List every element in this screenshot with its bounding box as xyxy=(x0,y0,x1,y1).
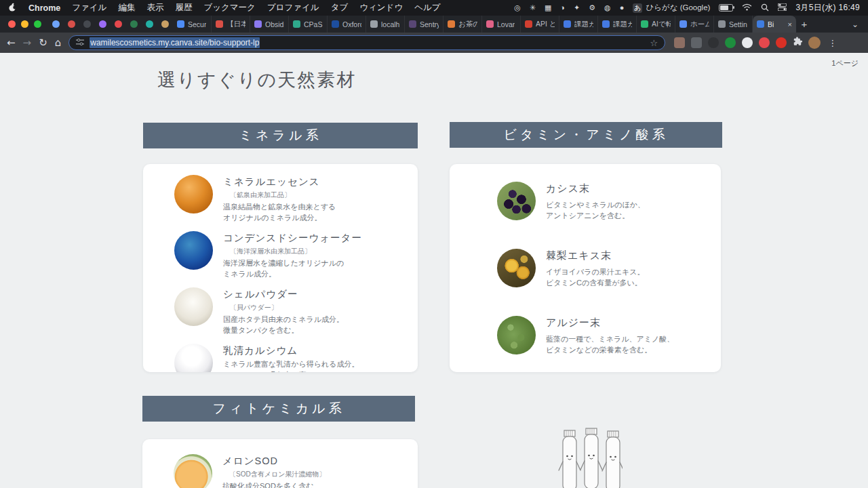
tab-label: ホーム xyxy=(690,20,709,29)
browser-tab[interactable]: CPaSS xyxy=(289,16,328,33)
browser-tab[interactable]: AIで転 xyxy=(637,16,675,33)
pinned-tab-favicon xyxy=(130,20,138,28)
pinned-tab[interactable] xyxy=(157,16,173,33)
ingredient-note: 〔SOD含有メロン果汁濃縮物〕 xyxy=(229,470,326,479)
menubar-item-window[interactable]: ウィンドウ xyxy=(359,2,403,14)
browser-tab[interactable]: localh xyxy=(366,16,405,33)
fullscreen-window-button[interactable] xyxy=(34,20,41,28)
forward-button[interactable]: → xyxy=(23,38,32,48)
menubar-item-profiles[interactable]: プロファイル xyxy=(267,2,319,14)
browser-tab[interactable]: 課題カ xyxy=(598,16,637,33)
browser-tab[interactable]: Oxford xyxy=(328,16,366,33)
pinned-tab[interactable] xyxy=(111,16,126,33)
ingredient-item: カシス末 ビタミンやミネラルのほか、 アントシアニンを含む。 xyxy=(497,182,711,222)
control-center-icon[interactable] xyxy=(778,3,787,12)
browser-tab[interactable]: Obsidi xyxy=(250,16,289,33)
menubar-item-history[interactable]: 履歴 xyxy=(175,2,192,14)
extension-icon-3[interactable] xyxy=(708,37,719,48)
browser-tab[interactable]: Secur xyxy=(173,16,212,33)
ingredient-item: 乳清カルシウム ミネラル豊富な乳清から得られる成分。 カルシウムの吸収力が高い。 xyxy=(174,344,408,372)
menubar-item-file[interactable]: ファイル xyxy=(72,2,106,14)
wifi-icon[interactable] xyxy=(742,3,752,12)
tab-label: AIで転 xyxy=(652,20,671,29)
pinned-tab[interactable] xyxy=(64,16,79,33)
menubar-clock[interactable]: 3月5日(水) 16:49 xyxy=(795,2,860,14)
pinned-tab[interactable] xyxy=(79,16,95,33)
extension-icon-5[interactable] xyxy=(742,37,753,48)
tab-favicon xyxy=(293,20,300,28)
screen: Chrome ファイル 編集 表示 履歴 ブックマーク プロファイル タブ ウィ… xyxy=(0,0,868,488)
status-icon-4[interactable]: ◑ xyxy=(560,4,565,12)
tab-label: localh xyxy=(381,20,399,28)
new-tab-button[interactable]: + xyxy=(796,18,812,30)
browser-tab[interactable]: Settin xyxy=(714,16,753,33)
tab-favicon xyxy=(602,20,610,28)
browser-tab[interactable]: ホーム xyxy=(675,16,714,33)
extension-icon-1[interactable] xyxy=(674,37,685,48)
tab-label: 課題カ xyxy=(574,20,593,29)
tab-favicon xyxy=(370,20,378,28)
browser-tab[interactable]: API と xyxy=(521,16,559,33)
profile-avatar[interactable] xyxy=(808,37,821,49)
tab-label: Settin xyxy=(729,20,747,28)
bookmark-star-icon[interactable]: ☆ xyxy=(650,38,658,48)
browser-tab[interactable]: Sentry xyxy=(405,16,443,33)
status-icon-1[interactable]: ◎ xyxy=(514,4,521,12)
menubar-app-name[interactable]: Chrome xyxy=(28,3,60,13)
extensions-puzzle-icon[interactable] xyxy=(793,37,802,49)
photo-melon xyxy=(174,454,212,488)
tab-label: お茶の xyxy=(458,20,477,29)
menubar-item-bookmarks[interactable]: ブックマーク xyxy=(203,2,255,14)
tab-favicon xyxy=(177,20,184,28)
webpage-viewport: 1ページ 選りすぐりの天然素材 ミネラル系 ビタミン・アミノ酸系 フィトケミカル… xyxy=(0,53,868,488)
extension-icon-6[interactable] xyxy=(759,37,770,48)
status-icon-7[interactable]: ◍ xyxy=(604,4,611,12)
browser-tab[interactable]: お茶の xyxy=(443,16,482,33)
pinned-tab[interactable] xyxy=(95,16,111,33)
tab-close-icon[interactable]: × xyxy=(788,20,792,28)
pinned-tab-favicon xyxy=(115,20,122,28)
status-icon-6[interactable]: ⚙ xyxy=(589,4,595,12)
close-window-button[interactable] xyxy=(8,20,16,28)
browser-tab[interactable]: 【日本 xyxy=(212,16,250,33)
apple-menu-icon[interactable] xyxy=(8,3,17,14)
window-controls xyxy=(8,20,41,28)
browser-tab-active[interactable]: Bi× xyxy=(753,16,796,33)
spotlight-search-icon[interactable] xyxy=(761,3,769,13)
page-count-indicator[interactable]: 1ページ xyxy=(831,58,859,68)
status-icon-3[interactable]: ▦ xyxy=(545,4,551,12)
back-button[interactable]: ← xyxy=(7,38,16,48)
extension-icon-7[interactable] xyxy=(776,37,787,48)
tab-search-icon[interactable]: ⌄ xyxy=(846,20,864,29)
pinned-tab[interactable] xyxy=(48,16,64,33)
site-info-icon[interactable] xyxy=(76,37,84,49)
browser-tab[interactable]: 課題カ xyxy=(559,16,598,33)
url-text[interactable]: wamilescosmetics.my.canva.site/bio-suppo… xyxy=(90,38,260,47)
tab-favicon xyxy=(718,20,726,28)
status-icon-2[interactable]: ✳ xyxy=(530,4,536,12)
status-icon-8[interactable]: ● xyxy=(620,4,625,12)
battery-icon[interactable] xyxy=(719,4,733,12)
menubar-item-tab[interactable]: タブ xyxy=(331,2,349,14)
menubar-item-edit[interactable]: 編集 xyxy=(118,2,135,14)
address-bar[interactable]: wamilescosmetics.my.canva.site/bio-suppo… xyxy=(68,35,665,50)
menubar-item-help[interactable]: ヘルプ xyxy=(414,2,440,14)
browser-menu-icon[interactable]: ⋮ xyxy=(827,38,838,48)
status-icon-5[interactable]: ✦ xyxy=(574,4,580,12)
tab-label: CPaSS xyxy=(304,20,323,28)
input-source-menu[interactable]: あ ひらがな (Google) xyxy=(633,3,710,13)
menubar-item-view[interactable]: 表示 xyxy=(146,2,163,14)
tab-label: Secur xyxy=(188,20,206,28)
ingredient-name: コンデンスドシーウォーター xyxy=(223,232,362,245)
extension-icon-4[interactable] xyxy=(725,37,736,48)
ingredient-name: 棘梨エキス末 xyxy=(546,249,645,262)
pinned-tab[interactable] xyxy=(126,16,142,33)
extension-icon-2[interactable] xyxy=(691,37,702,48)
home-button[interactable]: ⌂ xyxy=(55,38,62,48)
photo-cassis xyxy=(497,182,536,220)
minimize-window-button[interactable] xyxy=(21,20,28,28)
reload-button[interactable]: ↻ xyxy=(39,38,47,48)
tab-label: Sentry xyxy=(420,20,439,28)
browser-tab[interactable]: Lovar xyxy=(482,16,521,33)
pinned-tab[interactable] xyxy=(142,16,157,33)
